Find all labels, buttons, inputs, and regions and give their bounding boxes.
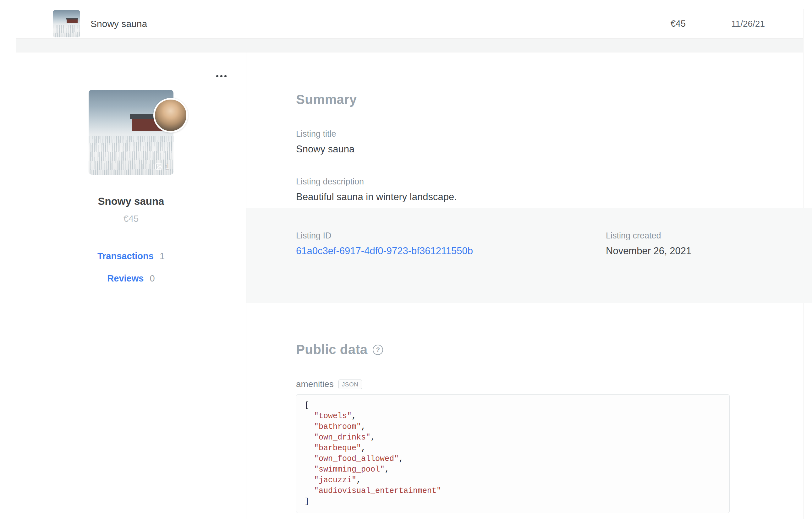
listing-card: Snowy sauna €45 11/26/21 (16, 9, 804, 519)
row-price: €45 (671, 19, 686, 29)
code-line: "towels", (304, 411, 721, 422)
json-string: "own_drinks" (314, 433, 371, 442)
cabin-graphic (67, 20, 78, 23)
listing-id-link[interactable]: 61a0c3ef-6917-4df0-9723-bf361211550b (296, 246, 473, 257)
row-date: 11/26/21 (731, 19, 765, 29)
dot-icon (220, 75, 223, 77)
sidebar-links: Transactions 1 Reviews 0 (97, 251, 165, 284)
more-options-button[interactable] (214, 73, 229, 80)
reviews-link[interactable]: Reviews (107, 273, 144, 283)
help-icon[interactable]: ? (373, 345, 383, 355)
listing-detail-panel: 1 Snowy sauna €45 Transactions 1 Reviews… (16, 53, 803, 519)
listing-created-field: Listing created November 26, 2021 (606, 231, 812, 257)
listing-thumbnail (53, 10, 80, 37)
json-string: "jacuzzi" (314, 475, 356, 485)
field-label: Listing ID (296, 231, 606, 241)
listing-sidebar: 1 Snowy sauna €45 Transactions 1 Reviews… (16, 53, 246, 519)
json-code: [ "towels", "bathroom", "own_drinks", "b… (296, 394, 730, 513)
json-string: "towels" (314, 411, 352, 421)
provider-avatar (153, 98, 188, 133)
listing-description-field: Listing description Beautiful sauna in w… (296, 177, 812, 203)
code-line: "bathroom", (304, 422, 721, 432)
field-value: Beautiful sauna in wintery landscape. (296, 191, 812, 203)
field-label: Listing created (606, 231, 812, 241)
json-string: "own_food_allowed" (314, 454, 399, 463)
listing-photo-wrap: 1 (89, 90, 173, 175)
code-line: "own_food_allowed", (304, 454, 721, 464)
field-value: Snowy sauna (296, 144, 812, 155)
code-line: "swimming_pool", (304, 464, 721, 475)
code-line: "barbeque", (304, 443, 721, 454)
listing-detail-content: Summary Edit Listing title Snowy sauna L… (246, 53, 812, 519)
code-line: "jacuzzi", (304, 475, 721, 486)
amenities-label: amenities (296, 379, 334, 389)
listing-row[interactable]: Snowy sauna €45 11/26/21 (16, 9, 803, 38)
photo-count-badge: 1 (154, 162, 169, 171)
code-line: "own_drinks", (304, 432, 721, 443)
json-string: "swimming_pool" (314, 465, 385, 474)
divider-strip (16, 38, 803, 53)
listing-title-field: Listing title Snowy sauna (296, 129, 812, 155)
sidebar-listing-title: Snowy sauna (98, 195, 164, 207)
summary-heading: Summary (296, 92, 357, 107)
code-line: ] (304, 496, 721, 507)
photo-count: 1 (165, 162, 169, 171)
transactions-count: 1 (160, 251, 165, 261)
json-string: "audiovisual_entertainment" (314, 486, 441, 495)
amenities-field-header: amenities JSON (296, 379, 812, 389)
reviews-link-row: Reviews 0 (107, 273, 154, 284)
json-string: "bathroom" (314, 422, 361, 431)
json-badge: JSON (339, 379, 362, 389)
public-data-heading: Public data (296, 342, 367, 357)
transactions-link[interactable]: Transactions (97, 251, 154, 261)
image-icon (154, 163, 163, 171)
field-value: November 26, 2021 (606, 246, 812, 257)
public-data-section: Public data ? Edit amenities JSON [ "tow… (246, 303, 812, 513)
json-string: "barbeque" (314, 443, 361, 453)
meta-band: Listing ID 61a0c3ef-6917-4df0-9723-bf361… (246, 208, 812, 303)
field-label: Listing title (296, 129, 812, 139)
field-label: Listing description (296, 177, 812, 186)
code-line: "audiovisual_entertainment" (304, 486, 721, 496)
reviews-count: 0 (150, 273, 154, 283)
listing-id-field: Listing ID 61a0c3ef-6917-4df0-9723-bf361… (296, 231, 606, 257)
dot-icon (224, 75, 227, 77)
dot-icon (216, 75, 219, 77)
row-right-group: €45 11/26/21 (671, 19, 803, 29)
sidebar-price: €45 (123, 213, 139, 224)
row-listing-title: Snowy sauna (90, 19, 147, 29)
code-line: [ (304, 400, 721, 411)
transactions-link-row: Transactions 1 (97, 251, 165, 261)
summary-section: Summary Edit Listing title Snowy sauna L… (246, 53, 812, 206)
